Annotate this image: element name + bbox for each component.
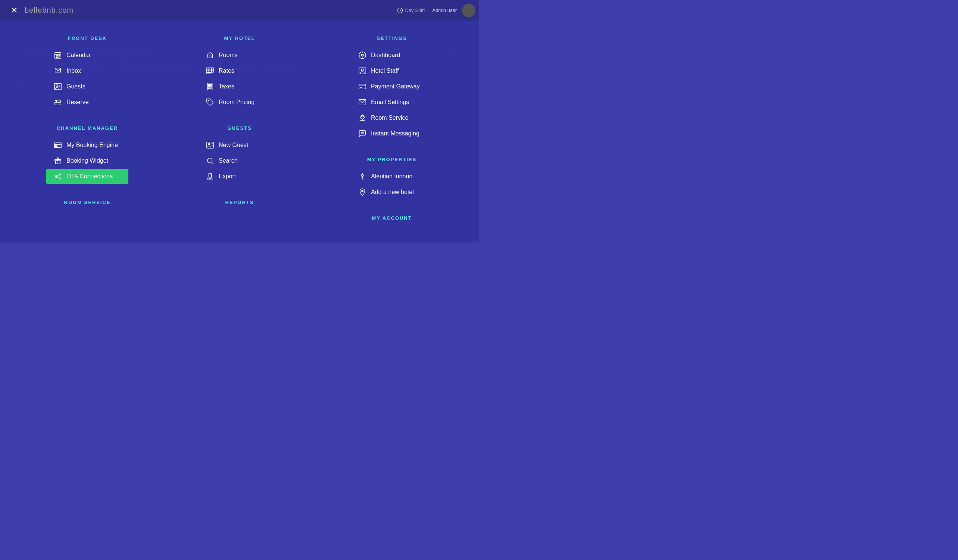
taxes-label: Taxes — [219, 83, 235, 90]
rooms-item[interactable]: Rooms — [198, 48, 281, 63]
search-item[interactable]: Search — [198, 153, 281, 168]
payment-gateway-item[interactable]: Payment Gateway — [351, 79, 433, 94]
dashboard-item[interactable]: Dashboard — [351, 48, 433, 63]
settings-section: SETTINGS Das — [319, 32, 464, 146]
svg-rect-38 — [211, 85, 212, 86]
hotel-staff-icon — [358, 67, 366, 75]
svg-rect-41 — [208, 88, 210, 89]
svg-point-45 — [208, 143, 210, 145]
svg-point-68 — [361, 133, 362, 133]
my-properties-section: MY PROPERTIES Aleutian Innnnn — [319, 153, 464, 204]
email-settings-item[interactable]: Email Settings — [351, 95, 433, 110]
gift-icon — [54, 157, 62, 165]
channel-manager-items: My Booking Engine Booking Widget — [15, 138, 160, 185]
svg-rect-35 — [209, 73, 211, 74]
add-hotel-label: Add a new hotel — [371, 189, 414, 196]
logo: bellebnb.com — [25, 6, 73, 14]
admin-label: Admin user — [432, 8, 457, 13]
svg-rect-31 — [207, 70, 209, 73]
ota-connections-item[interactable]: OTA Connections — [46, 169, 128, 184]
dashboard-label: Dashboard — [371, 52, 400, 59]
svg-point-48 — [208, 158, 213, 163]
clock-icon — [397, 8, 403, 13]
guests-item[interactable]: Guests — [46, 79, 128, 94]
export-item[interactable]: Export — [198, 169, 281, 184]
reserve-icon — [54, 98, 62, 106]
svg-rect-7 — [59, 55, 60, 56]
rates-label: Rates — [219, 68, 235, 74]
ota-icon — [54, 172, 62, 180]
search-icon — [206, 157, 214, 165]
room-service-item[interactable]: Room Service — [351, 111, 433, 125]
svg-rect-9 — [57, 57, 58, 58]
svg-line-25 — [57, 177, 59, 178]
nav-overlay: FRONT DESK Calendar — [0, 21, 479, 242]
svg-rect-29 — [209, 68, 211, 70]
inbox-label: Inbox — [67, 68, 81, 74]
svg-point-69 — [362, 133, 363, 133]
close-button[interactable]: ✕ — [8, 4, 21, 17]
room-service-label: Room Service — [371, 114, 408, 121]
svg-rect-10 — [54, 84, 61, 90]
taxes-item[interactable]: Taxes — [198, 79, 281, 94]
nav-grid: FRONT DESK Calendar — [0, 21, 479, 242]
room-pricing-item[interactable]: Room Pricing — [198, 95, 281, 110]
avatar — [462, 4, 476, 17]
my-properties-items: Aleutian Innnnn Add a new hotel — [319, 169, 464, 200]
svg-rect-34 — [207, 73, 209, 74]
front-desk-section: FRONT DESK Calendar — [15, 32, 160, 114]
booking-engine-icon — [54, 141, 62, 149]
svg-rect-50 — [209, 174, 211, 177]
guests-icon — [54, 82, 62, 91]
settings-title: SETTINGS — [319, 35, 464, 41]
guests-title: GUESTS — [167, 125, 312, 131]
booking-engine-item[interactable]: My Booking Engine — [46, 138, 128, 153]
instant-messaging-item[interactable]: Instant Messaging — [351, 126, 433, 141]
svg-rect-5 — [56, 55, 57, 56]
guests-items: New Guest Search — [167, 138, 312, 185]
booking-widget-item[interactable]: Booking Widget — [46, 153, 128, 168]
svg-rect-37 — [208, 85, 210, 86]
rates-item[interactable]: Rates — [198, 63, 281, 78]
day-shift-label: Day Shift — [405, 8, 425, 13]
pin-icon — [358, 172, 366, 180]
my-properties-title: MY PROPERTIES — [319, 157, 464, 162]
rooms-label: Rooms — [219, 52, 238, 59]
svg-rect-15 — [54, 143, 61, 148]
search-label: Search — [219, 157, 238, 164]
header: ✕ bellebnb.com Day Shift Admin user — [0, 0, 479, 21]
reports-section: REPORTS — [167, 196, 312, 216]
svg-point-58 — [361, 69, 363, 71]
svg-rect-27 — [209, 56, 211, 58]
add-pin-icon — [358, 188, 366, 196]
add-hotel-item[interactable]: Add a new hotel — [351, 185, 433, 199]
hotel-staff-item[interactable]: Hotel Staff — [351, 63, 433, 78]
aleutian-inn-label: Aleutian Innnnn — [371, 173, 412, 180]
svg-point-70 — [363, 133, 364, 133]
settings-items: Dashboard Hotel Staff — [319, 48, 464, 142]
reserve-item[interactable]: Reserve — [46, 95, 128, 110]
new-guest-label: New Guest — [219, 142, 248, 149]
inbox-icon — [54, 67, 62, 75]
my-hotel-section: MY HOTEL Rooms — [167, 32, 312, 114]
svg-rect-59 — [359, 84, 366, 89]
svg-rect-40 — [211, 86, 212, 87]
svg-point-23 — [59, 178, 61, 179]
inbox-item[interactable]: Inbox — [46, 63, 128, 78]
my-account-section: MY ACCOUNT — [319, 212, 464, 231]
rates-icon — [206, 67, 214, 75]
new-guest-item[interactable]: New Guest — [198, 138, 281, 153]
svg-rect-8 — [56, 57, 57, 58]
my-hotel-title: MY HOTEL — [167, 35, 312, 41]
day-shift: Day Shift — [397, 8, 425, 13]
room-pricing-label: Room Pricing — [219, 99, 255, 106]
svg-point-22 — [59, 174, 61, 176]
column-1: FRONT DESK Calendar — [15, 32, 160, 231]
calendar-item[interactable]: Calendar — [46, 48, 128, 63]
svg-point-43 — [208, 100, 209, 101]
room-service-section-bottom: ROOM SERVICE — [15, 196, 160, 216]
messaging-icon — [358, 130, 366, 138]
aleutian-inn-item[interactable]: Aleutian Innnnn — [351, 169, 433, 184]
instant-messaging-label: Instant Messaging — [371, 130, 419, 137]
home-icon — [206, 51, 214, 59]
